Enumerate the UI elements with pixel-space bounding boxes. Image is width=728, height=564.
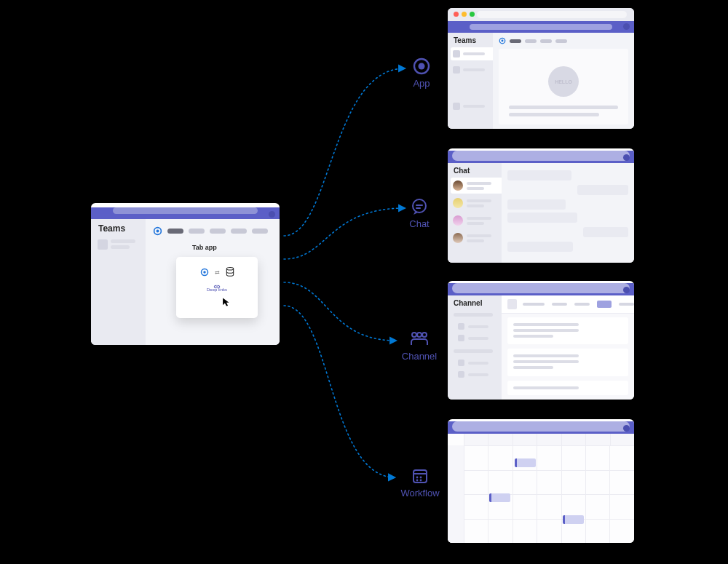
target-app-label: App — [413, 78, 430, 89]
calendar-event — [489, 493, 510, 502]
tab-app-pane: Tab app ⇄ — [146, 219, 280, 345]
window-control-icon — [623, 425, 630, 432]
svg-point-5 — [412, 333, 416, 337]
svg-point-10 — [416, 477, 419, 479]
channel-tab-active — [597, 301, 612, 308]
sidebar-item-line — [111, 245, 130, 249]
tab — [189, 229, 205, 234]
calendar-event — [515, 458, 536, 467]
text-line — [509, 106, 618, 109]
svg-rect-3 — [416, 204, 423, 206]
browser-titlebar — [448, 8, 634, 21]
app-sidebar: Teams — [448, 33, 493, 129]
chat-message-incoming — [507, 170, 571, 180]
deep-links-label[interactable]: Deep links — [176, 287, 258, 292]
chat-preview-line — [467, 204, 484, 207]
sidebar-item-line — [111, 239, 135, 243]
target-chat: Chat — [406, 198, 432, 229]
svg-point-6 — [417, 333, 422, 337]
avatar — [453, 233, 463, 243]
target-workflow-label: Workflow — [400, 488, 439, 499]
post-card — [507, 317, 628, 344]
server-stack-icon — [226, 267, 234, 277]
chat-message-outgoing — [583, 227, 628, 237]
chat-name-line — [467, 182, 491, 185]
target-app: App — [408, 57, 435, 89]
window-control-icon — [623, 287, 630, 293]
target-workflow: Workflow — [396, 467, 444, 499]
sidebar-item-icon — [98, 239, 108, 250]
calendar-content — [448, 434, 634, 543]
teams-titlebar — [448, 21, 634, 33]
tab — [540, 39, 552, 43]
tab — [252, 229, 268, 234]
source-teams-window: Teams Tab app — [91, 203, 280, 345]
sidebar-item-icon — [453, 50, 460, 57]
channel-tab — [574, 303, 590, 306]
chat-message-incoming — [507, 242, 573, 252]
search-bar — [470, 24, 612, 30]
address-bar — [113, 207, 258, 214]
svg-point-17 — [203, 271, 206, 274]
search-bar — [452, 283, 630, 293]
tab-active — [510, 39, 521, 43]
svg-point-1 — [419, 63, 425, 70]
url-bar — [477, 11, 627, 18]
target-window-channel: Channel — [448, 281, 634, 400]
sidebar-title: Teams — [98, 223, 125, 234]
post-card — [507, 349, 628, 376]
sidebar-item-line — [463, 52, 485, 55]
chat-preview-line — [467, 222, 484, 225]
calendar-event — [563, 515, 584, 524]
avatar — [453, 180, 463, 191]
avatar — [453, 198, 463, 208]
svg-point-15 — [157, 230, 159, 233]
sidebar-item-icon — [453, 103, 460, 110]
window-control-icon — [269, 211, 275, 218]
search-bar — [452, 421, 630, 432]
time-gutter — [448, 445, 464, 543]
tab — [555, 39, 567, 43]
svg-point-7 — [422, 333, 427, 337]
sidebar-item-icon — [453, 66, 460, 74]
svg-rect-4 — [416, 207, 421, 209]
window-control-icon — [623, 23, 630, 30]
bidirectional-arrow-icon: ⇄ — [215, 269, 220, 276]
tab — [231, 229, 247, 234]
sidebar-item-line — [463, 68, 485, 71]
tab — [210, 229, 226, 234]
hello-badge: HELLO — [548, 66, 579, 97]
svg-point-12 — [416, 480, 419, 482]
chat-name-line — [467, 217, 491, 220]
chat-name-line — [467, 199, 491, 202]
sidebar-title: Teams — [454, 36, 476, 44]
chat-sidebar: Chat — [448, 163, 502, 263]
app-hero-panel: HELLO — [499, 49, 628, 124]
target-window-app: Teams HELLO — [448, 8, 634, 129]
chat-message-incoming — [507, 199, 566, 210]
svg-point-20 — [502, 40, 504, 42]
channel-item — [458, 323, 488, 330]
avatar — [453, 215, 463, 226]
concentric-circle-icon — [413, 57, 430, 75]
calendar-grid — [464, 445, 634, 543]
swirl-logo-icon — [153, 226, 162, 236]
tab — [525, 39, 537, 43]
channel-posts — [507, 317, 628, 395]
team-group-label — [454, 313, 493, 317]
chat-preview-line — [467, 239, 484, 242]
chat-preview-line — [467, 187, 484, 190]
app-content: HELLO — [493, 33, 634, 129]
team-group-label — [454, 349, 493, 353]
people-group-icon — [410, 330, 429, 348]
tab-app-title: Tab app — [192, 244, 217, 251]
channel-item — [458, 335, 488, 341]
mac-traffic-lights — [454, 12, 475, 17]
sidebar-item-line — [463, 105, 485, 108]
tab-active — [167, 229, 183, 234]
chat-thread — [502, 163, 634, 263]
channel-item — [458, 371, 488, 378]
channel-item — [458, 360, 488, 366]
chat-bubble-icon — [411, 198, 428, 215]
mouse-cursor-icon — [221, 297, 232, 307]
